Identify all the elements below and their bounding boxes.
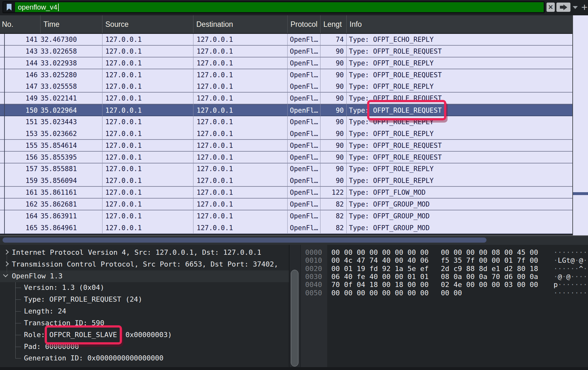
hex-ascii: ········ ······E·	[554, 248, 588, 257]
cell-source: 127.0.0.1	[105, 152, 192, 163]
cell-destination: 127.0.0.1	[197, 163, 286, 175]
packet-row-161[interactable]: 16135.861161127.0.0.1127.0.0.1OpenFl…122…	[0, 187, 572, 199]
cell-info: Type: OFPT_ROLE_REQUEST	[349, 93, 572, 104]
cell-info: Type: OFPT_ECHO_REPLY	[349, 34, 572, 46]
filter-text: openflow_v4	[18, 3, 57, 11]
hex-bytes-group2: 02 4e 00 00 00 03 00 00	[441, 281, 538, 289]
cell-protocol: OpenFl…	[290, 81, 319, 93]
column-divider	[102, 34, 102, 234]
cell-source: 127.0.0.1	[105, 222, 192, 234]
detail-line[interactable]: Version: 1.3 (0x04)	[0, 283, 289, 292]
cell-info: Type: OFPT_GROUP_MOD	[349, 210, 572, 222]
tree-guide-line	[15, 282, 16, 358]
column-header-destination[interactable]: Destination	[193, 15, 287, 33]
cell-info: Type: OFPT_ROLE_REQUEST	[349, 140, 572, 152]
cell-no: 146	[0, 69, 38, 81]
hex-offset: 0000	[305, 248, 322, 257]
column-header-time[interactable]: Time	[40, 15, 102, 33]
cell-protocol: OpenFl…	[290, 199, 319, 210]
cell-source: 127.0.0.1	[105, 210, 192, 222]
detail-line[interactable]: Transmission Control Protocol, Src Port:…	[0, 260, 289, 269]
filter-input[interactable]: openflow_v4	[15, 2, 544, 12]
filter-apply-button[interactable]	[556, 3, 570, 12]
hex-row[interactable]: 003006 40 fe 40 00 00 01 0108 0a 00 0a 7…	[301, 273, 588, 281]
cell-length: 122	[320, 187, 344, 199]
cell-no: 153	[0, 128, 38, 140]
cell-protocol: OpenFl…	[290, 175, 319, 187]
cell-no: 150	[0, 105, 38, 117]
detail-line[interactable]: Transaction ID: 590	[0, 318, 289, 328]
cell-time: 35.855395	[41, 152, 101, 163]
packet-row-150[interactable]: 15035.022964127.0.0.1127.0.0.1OpenFl…90T…	[0, 104, 572, 116]
cell-info: Type: OFPT_GROUP_MOD	[349, 222, 572, 234]
detail-line[interactable]: Length: 24	[0, 306, 289, 316]
cell-destination: 127.0.0.1	[197, 69, 286, 81]
filter-bookmark-button[interactable]	[4, 3, 14, 12]
packet-row-157[interactable]: 15735.855881127.0.0.1127.0.0.1OpenFl…90T…	[0, 163, 572, 175]
detail-line-text: Transmission Control Protocol, Src Port:…	[12, 260, 278, 269]
packet-row-156[interactable]: 15635.855395127.0.0.1127.0.0.1OpenFl…90T…	[0, 152, 572, 163]
cell-protocol: OpenFl…	[290, 34, 319, 46]
detail-line[interactable]: Generation ID: 0x0000000000000000	[0, 353, 289, 363]
hex-row[interactable]: 005000 00 00 00 00 00 00 0000 00········…	[301, 289, 588, 297]
hex-offset: 0030	[305, 273, 322, 281]
cell-protocol: OpenFl…	[290, 46, 319, 57]
cell-time: 35.022964	[41, 105, 101, 117]
packet-row-149[interactable]: 14935.022141127.0.0.1127.0.0.1OpenFl…90T…	[0, 93, 572, 104]
chevron-down-icon[interactable]	[3, 272, 8, 277]
column-header-length[interactable]: Lengt	[320, 15, 346, 33]
filter-history-dropdown[interactable]	[573, 6, 578, 9]
detail-line[interactable]: OpenFlow 1.3	[0, 271, 289, 281]
filter-clear-button[interactable]: ✕	[547, 3, 555, 12]
detail-scrollbar-thumb[interactable]	[291, 270, 298, 366]
hex-bytes-group2: 2d c9 88 8d e1 d2 80 18	[441, 265, 538, 273]
column-header-no[interactable]: No.	[0, 15, 40, 33]
cell-time: 32.467300	[41, 34, 101, 46]
close-icon: ✕	[548, 4, 553, 10]
detail-line-text: Generation ID: 0x0000000000000000	[24, 353, 163, 363]
packet-row-162[interactable]: 16235.862681127.0.0.1127.0.0.1OpenFl…82T…	[0, 199, 572, 210]
column-header-protocol[interactable]: Protocol	[287, 15, 320, 33]
packet-row-155[interactable]: 15535.854614127.0.0.1127.0.0.1OpenFl…90T…	[0, 140, 572, 152]
packet-list-scrollmap[interactable]	[573, 15, 588, 235]
cell-info: Type: OFPT_ROLE_REPLY	[349, 81, 572, 93]
cell-destination: 127.0.0.1	[197, 128, 286, 140]
chevron-right-icon[interactable]	[4, 250, 9, 255]
hex-row[interactable]: 004070 0f 04 18 00 18 00 0002 4e 00 00 0…	[301, 281, 588, 289]
cell-length: 90	[320, 163, 344, 175]
packet-row-153[interactable]: 15335.023662127.0.0.1127.0.0.1OpenFl…90T…	[0, 128, 572, 140]
packet-detail-pane: Internet Protocol Version 4, Src: 127.0.…	[0, 245, 289, 367]
hex-row[interactable]: 001000 4c 47 74 40 00 40 06f5 35 7f 00 0…	[301, 256, 588, 265]
column-header-info[interactable]: Info	[346, 15, 572, 33]
bookmark-icon	[7, 4, 11, 11]
cell-length: 90	[320, 93, 344, 104]
hex-bytes-group1: 00 00 00 00 00 00 00 00	[331, 248, 429, 257]
packet-row-141[interactable]: 14132.467300127.0.0.1127.0.0.1OpenFl…74T…	[0, 34, 572, 46]
cell-source: 127.0.0.1	[105, 34, 192, 46]
packet-row-164[interactable]: 16435.863911127.0.0.1127.0.0.1OpenFl…82T…	[0, 210, 572, 222]
add-filter-button[interactable]: +	[581, 1, 588, 13]
detail-line[interactable]: Pad: 00000000	[0, 342, 289, 351]
packet-row-144[interactable]: 14433.022938127.0.0.1127.0.0.1OpenFl…90T…	[0, 57, 572, 69]
detail-line[interactable]: Role: OFPCR_ROLE_SLAVE 0x00000003)	[0, 330, 289, 340]
chevron-right-icon[interactable]	[4, 261, 9, 267]
cell-protocol: OpenFl…	[290, 69, 319, 81]
detail-line[interactable]: Internet Protocol Version 4, Src: 127.0.…	[0, 248, 289, 257]
column-header-source[interactable]: Source	[102, 15, 193, 33]
cell-length: 82	[320, 199, 344, 210]
detail-line-text: Length: 24	[24, 306, 66, 316]
hex-row[interactable]: 002000 01 19 fd 92 1a 5e ef2d c9 88 8d e…	[301, 265, 588, 273]
cell-time: 35.856094	[41, 175, 101, 187]
packet-row-151[interactable]: 15135.023443127.0.0.1127.0.0.1OpenFl…90T…	[0, 116, 572, 128]
packet-row-159[interactable]: 15935.856094127.0.0.1127.0.0.1OpenFl…90T…	[0, 175, 572, 187]
hex-row[interactable]: 000000 00 00 00 00 00 00 0000 00 00 00 0…	[301, 248, 588, 257]
packet-row-146[interactable]: 14633.025280127.0.0.1127.0.0.1OpenFl…90T…	[0, 69, 572, 81]
packet-row-165[interactable]: 16535.864961127.0.0.1127.0.0.1OpenFl…82T…	[0, 222, 572, 234]
detail-line[interactable]: Type: OFPT_ROLE_REQUEST (24)	[0, 295, 289, 304]
packet-row-147[interactable]: 14733.025558127.0.0.1127.0.0.1OpenFl…90T…	[0, 81, 572, 93]
window-bottom-edge	[0, 367, 588, 370]
cell-protocol: OpenFl…	[290, 116, 319, 128]
packet-row-143[interactable]: 14333.022658127.0.0.1127.0.0.1OpenFl…90T…	[0, 46, 572, 57]
detail-line-text: Version: 1.3 (0x04)	[24, 283, 104, 292]
horizontal-scrollbar-thumb[interactable]	[3, 238, 486, 243]
